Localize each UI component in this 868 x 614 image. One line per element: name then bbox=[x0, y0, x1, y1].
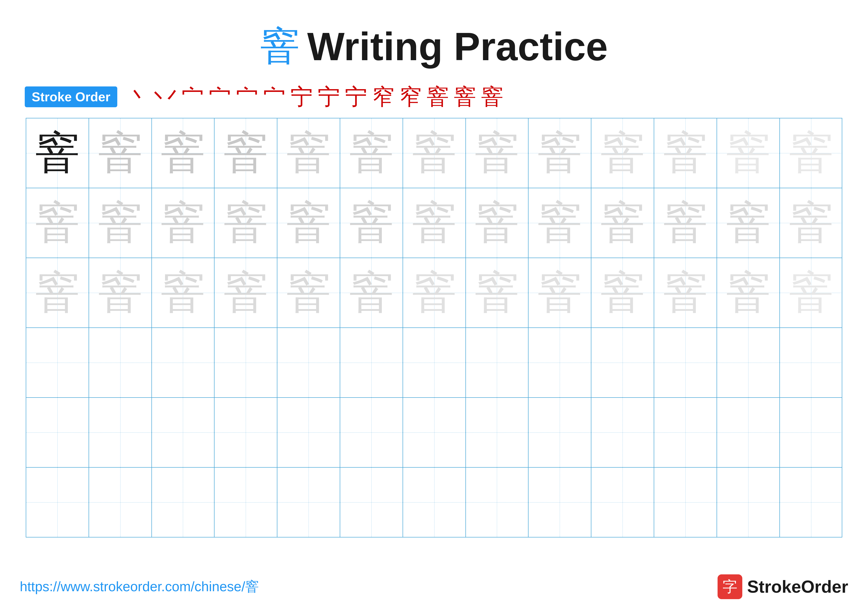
cell-character: 窨 bbox=[412, 201, 457, 245]
grid-cell-5-6[interactable] bbox=[403, 468, 466, 537]
grid-cell-5-9[interactable] bbox=[591, 468, 654, 537]
grid-cell-0-9[interactable]: 窨 bbox=[591, 118, 654, 188]
stroke-order-badge: Stroke Order bbox=[25, 86, 117, 107]
cell-character: 窨 bbox=[474, 201, 519, 245]
cell-character: 窨 bbox=[349, 201, 394, 245]
grid-cell-3-11[interactable] bbox=[717, 328, 780, 397]
stroke-order-row: Stroke Order 丶丷宀宀宀宀宁宁宁窄窄窨窨窨 bbox=[20, 86, 848, 108]
grid-cell-4-6[interactable] bbox=[403, 398, 466, 467]
grid-cell-0-1[interactable]: 窨 bbox=[89, 118, 152, 188]
cell-character: 窨 bbox=[726, 131, 770, 176]
grid-cell-0-7[interactable]: 窨 bbox=[466, 118, 529, 188]
cell-character: 窨 bbox=[538, 270, 582, 315]
grid-cell-2-12[interactable]: 窨 bbox=[780, 258, 843, 328]
grid-cell-1-6[interactable]: 窨 bbox=[403, 188, 466, 258]
stroke-step-12: 窨 bbox=[454, 86, 476, 108]
grid-cell-5-4[interactable] bbox=[277, 468, 340, 537]
grid-cell-3-5[interactable] bbox=[340, 328, 403, 397]
grid-cell-4-2[interactable] bbox=[152, 398, 215, 467]
cell-character: 窨 bbox=[35, 270, 80, 315]
grid-cell-1-3[interactable]: 窨 bbox=[214, 188, 277, 258]
stroke-step-6: 宁 bbox=[290, 86, 313, 108]
grid-cell-5-12[interactable] bbox=[780, 468, 843, 537]
grid-cell-2-7[interactable]: 窨 bbox=[466, 258, 529, 328]
grid-cell-1-7[interactable]: 窨 bbox=[466, 188, 529, 258]
grid-cell-1-1[interactable]: 窨 bbox=[89, 188, 152, 258]
page-container: 窨 Writing Practice Stroke Order 丶丷宀宀宀宀宁宁… bbox=[0, 0, 868, 614]
grid-cell-5-2[interactable] bbox=[152, 468, 215, 537]
grid-cell-1-0[interactable]: 窨 bbox=[26, 188, 89, 258]
grid-cell-0-6[interactable]: 窨 bbox=[403, 118, 466, 188]
grid-cell-3-7[interactable] bbox=[466, 328, 529, 397]
grid-cell-1-9[interactable]: 窨 bbox=[591, 188, 654, 258]
grid-cell-3-2[interactable] bbox=[152, 328, 215, 397]
grid-cell-1-11[interactable]: 窨 bbox=[717, 188, 780, 258]
grid-cell-5-11[interactable] bbox=[717, 468, 780, 537]
grid-cell-5-10[interactable] bbox=[654, 468, 717, 537]
grid-cell-2-9[interactable]: 窨 bbox=[591, 258, 654, 328]
grid-cell-4-3[interactable] bbox=[214, 398, 277, 467]
grid-cell-5-0[interactable] bbox=[26, 468, 89, 537]
grid-cell-0-5[interactable]: 窨 bbox=[340, 118, 403, 188]
grid-cell-1-5[interactable]: 窨 bbox=[340, 188, 403, 258]
grid-cell-4-5[interactable] bbox=[340, 398, 403, 467]
grid-cell-2-0[interactable]: 窨 bbox=[26, 258, 89, 328]
grid-cell-4-12[interactable] bbox=[780, 398, 843, 467]
stroke-step-8: 宁 bbox=[345, 86, 367, 108]
grid-cell-2-8[interactable]: 窨 bbox=[529, 258, 591, 328]
grid-cell-2-5[interactable]: 窨 bbox=[340, 258, 403, 328]
grid-cell-5-8[interactable] bbox=[529, 468, 591, 537]
grid-cell-2-1[interactable]: 窨 bbox=[89, 258, 152, 328]
stroke-step-9: 窄 bbox=[372, 86, 394, 108]
grid-cell-1-2[interactable]: 窨 bbox=[152, 188, 215, 258]
grid-cell-4-0[interactable] bbox=[26, 398, 89, 467]
grid-cell-3-10[interactable] bbox=[654, 328, 717, 397]
cell-character: 窨 bbox=[412, 270, 457, 315]
stroke-step-10: 窄 bbox=[399, 86, 422, 108]
grid-cell-2-11[interactable]: 窨 bbox=[717, 258, 780, 328]
grid-cell-0-0[interactable]: 窨 bbox=[26, 118, 89, 188]
cell-character: 窨 bbox=[538, 201, 582, 245]
grid-cell-2-3[interactable]: 窨 bbox=[214, 258, 277, 328]
grid-cell-3-12[interactable] bbox=[780, 328, 843, 397]
grid-cell-0-2[interactable]: 窨 bbox=[152, 118, 215, 188]
grid-cell-0-3[interactable]: 窨 bbox=[214, 118, 277, 188]
grid-cell-1-4[interactable]: 窨 bbox=[277, 188, 340, 258]
grid-cell-4-4[interactable] bbox=[277, 398, 340, 467]
cell-character: 窨 bbox=[286, 131, 331, 176]
logo-icon: 字 bbox=[718, 574, 742, 599]
grid-cell-1-10[interactable]: 窨 bbox=[654, 188, 717, 258]
grid-cell-3-1[interactable] bbox=[89, 328, 152, 397]
grid-cell-3-0[interactable] bbox=[26, 328, 89, 397]
grid-cell-5-3[interactable] bbox=[214, 468, 277, 537]
grid-cell-0-10[interactable]: 窨 bbox=[654, 118, 717, 188]
grid-cell-4-1[interactable] bbox=[89, 398, 152, 467]
grid-cell-2-10[interactable]: 窨 bbox=[654, 258, 717, 328]
grid-cell-5-1[interactable] bbox=[89, 468, 152, 537]
cell-character: 窨 bbox=[161, 201, 205, 245]
grid-cell-0-8[interactable]: 窨 bbox=[529, 118, 591, 188]
grid-cell-2-4[interactable]: 窨 bbox=[277, 258, 340, 328]
grid-cell-1-8[interactable]: 窨 bbox=[529, 188, 591, 258]
grid-cell-2-2[interactable]: 窨 bbox=[152, 258, 215, 328]
cell-character: 窨 bbox=[538, 131, 582, 176]
grid-cell-3-9[interactable] bbox=[591, 328, 654, 397]
grid-cell-4-7[interactable] bbox=[466, 398, 529, 467]
grid-cell-3-3[interactable] bbox=[214, 328, 277, 397]
grid-cell-0-11[interactable]: 窨 bbox=[717, 118, 780, 188]
grid-cell-0-12[interactable]: 窨 bbox=[780, 118, 843, 188]
grid-cell-2-6[interactable]: 窨 bbox=[403, 258, 466, 328]
grid-cell-4-11[interactable] bbox=[717, 398, 780, 467]
grid-cell-4-10[interactable] bbox=[654, 398, 717, 467]
grid-cell-5-5[interactable] bbox=[340, 468, 403, 537]
grid-cell-5-7[interactable] bbox=[466, 468, 529, 537]
grid-cell-4-8[interactable] bbox=[529, 398, 591, 467]
grid-cell-1-12[interactable]: 窨 bbox=[780, 188, 843, 258]
grid-cell-4-9[interactable] bbox=[591, 398, 654, 467]
cell-character: 窨 bbox=[286, 201, 331, 245]
stroke-step-0: 丶 bbox=[127, 86, 149, 108]
grid-cell-3-6[interactable] bbox=[403, 328, 466, 397]
grid-cell-0-4[interactable]: 窨 bbox=[277, 118, 340, 188]
grid-cell-3-8[interactable] bbox=[529, 328, 591, 397]
grid-cell-3-4[interactable] bbox=[277, 328, 340, 397]
